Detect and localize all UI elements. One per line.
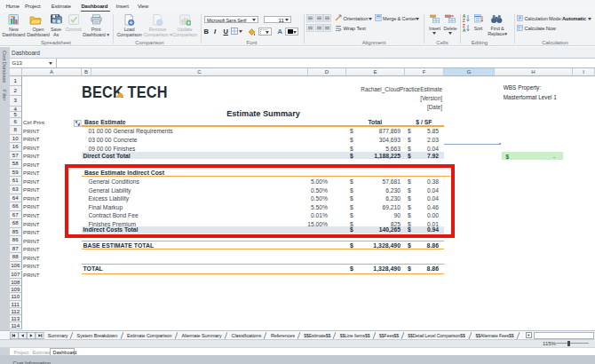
svg-text:Z: Z (463, 19, 465, 22)
svg-text:A: A (463, 28, 466, 32)
